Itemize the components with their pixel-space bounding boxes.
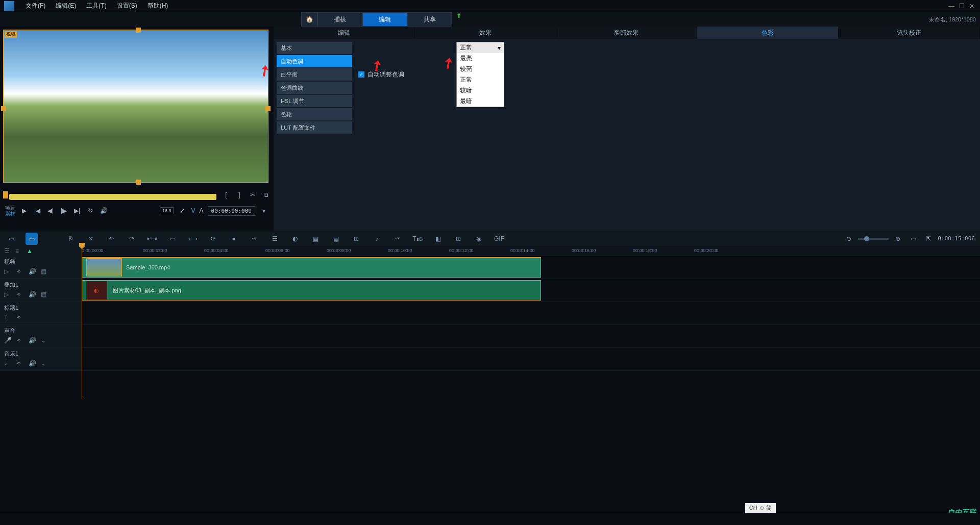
zoom-out-icon[interactable]: ⊖ <box>843 233 855 245</box>
selection-handle-left[interactable] <box>1 106 6 111</box>
options-tab-color[interactable]: 色彩 <box>697 27 839 39</box>
tool-mask-icon[interactable]: ◧ <box>432 233 444 245</box>
video-clip[interactable]: Sample_360.mp4 <box>82 257 541 278</box>
tool-record-icon[interactable]: ● <box>228 233 240 245</box>
camera-icon[interactable]: ▷ <box>4 291 11 298</box>
tool-settings-icon[interactable]: ✕ <box>85 233 97 245</box>
color-side-tonecurve[interactable]: 色调曲线 <box>277 82 352 94</box>
tool-timeline-icon[interactable]: ▭ <box>26 233 38 245</box>
home-button[interactable]: 🏠 <box>301 12 317 27</box>
goto-end-button[interactable]: ▶| <box>72 206 82 215</box>
minimize-button[interactable]: — <box>947 2 955 10</box>
dropdown-option[interactable]: 较暗 <box>457 85 504 96</box>
zoom-project-icon[interactable]: ⇱ <box>922 233 935 245</box>
color-side-whitebalance[interactable]: 白平衡 <box>277 68 352 81</box>
goto-start-button[interactable]: |◀ <box>33 206 42 215</box>
selection-handle-right[interactable] <box>265 106 271 111</box>
add-track-icon[interactable]: ▲ <box>27 247 34 255</box>
tool-3dtitle-icon[interactable]: T₃ᴅ <box>411 233 424 245</box>
mark-out-icon[interactable]: ] <box>235 190 244 199</box>
tool-track-icon[interactable]: ⊞ <box>350 233 362 245</box>
menu-tools[interactable]: 工具(T) <box>81 2 111 10</box>
menu-file[interactable]: 文件(F) <box>20 2 51 10</box>
step-forward-button[interactable]: |▶ <box>59 206 68 215</box>
tone-strength-dropdown[interactable]: 正常▾ 最亮 较亮 正常 较暗 最暗 <box>456 42 504 107</box>
mic-icon[interactable]: 🎤 <box>4 337 11 344</box>
tool-motion-icon[interactable]: ⤳ <box>248 233 260 245</box>
dropdown-option[interactable]: 较亮 <box>457 64 504 74</box>
tool-timeremap-icon[interactable]: ⟳ <box>207 233 219 245</box>
menu-settings[interactable]: 设置(S) <box>112 2 142 10</box>
selection-handle-top[interactable] <box>136 28 141 33</box>
tool-resize-icon[interactable]: ▭ <box>166 233 179 245</box>
link-icon[interactable]: ⚭ <box>16 337 23 344</box>
tool-copy-icon[interactable]: ⎘ <box>64 233 77 245</box>
mute-icon[interactable]: 🔊 <box>29 268 36 275</box>
track-lane-title[interactable] <box>82 302 980 324</box>
link-icon[interactable]: ⚭ <box>16 314 23 321</box>
options-tab-lens[interactable]: 镜头校正 <box>839 27 980 39</box>
tool-gif-icon[interactable]: GIF <box>493 233 505 245</box>
mute-icon[interactable]: 🔊 <box>29 291 36 298</box>
track-opts-icon[interactable]: ☰ <box>4 247 11 255</box>
tool-storyboard-icon[interactable]: ▭ <box>5 233 17 245</box>
snapshot-icon[interactable]: ⧉ <box>261 190 271 199</box>
tool-ripple-icon[interactable]: ⇤⇥ <box>146 233 158 245</box>
link-icon[interactable]: ⚭ <box>16 291 23 298</box>
color-side-basic[interactable]: 基本 <box>277 42 352 54</box>
expand-icon[interactable]: ⌄ <box>41 360 48 367</box>
tool-360-icon[interactable]: ◉ <box>473 233 485 245</box>
tool-chapter-icon[interactable]: ◐ <box>289 233 301 245</box>
title-icon[interactable]: T <box>4 314 11 321</box>
link-icon[interactable]: ⚭ <box>16 268 23 275</box>
expand-icon[interactable]: ⌄ <box>41 337 48 344</box>
color-side-hsl[interactable]: HSL 调节 <box>277 95 352 107</box>
color-side-lut[interactable]: LUT 配置文件 <box>277 121 352 134</box>
tool-stabilize-icon[interactable]: ⊞ <box>452 233 464 245</box>
selection-handle-bottom[interactable] <box>136 180 141 185</box>
ripple-icon[interactable]: ▦ <box>41 291 48 298</box>
link-icon[interactable]: ⚭ <box>16 360 23 367</box>
overlay-clip[interactable]: ◐ 图片素材03_副本_副本.png <box>82 280 541 301</box>
timeline-ruler[interactable]: 0:00:00:00 00:00:02:00 00:00:04:00 00:00… <box>82 246 980 256</box>
tab-edit[interactable]: 编辑 <box>362 12 407 27</box>
scrub-start-handle[interactable] <box>3 191 8 198</box>
dropdown-option[interactable]: 最亮 <box>457 53 504 64</box>
options-tab-effect[interactable]: 效果 <box>415 27 556 39</box>
options-tab-face[interactable]: 脸部效果 <box>556 27 698 39</box>
timecode-dropdown-icon[interactable]: ▾ <box>259 206 268 215</box>
color-side-autotone[interactable]: 自动色调 <box>277 55 352 67</box>
upload-icon[interactable]: ⬆ <box>456 12 461 27</box>
track-lane-video[interactable]: Sample_360.mp4 <box>82 256 980 279</box>
tab-capture[interactable]: 捕获 <box>317 12 362 27</box>
auto-adjust-checkbox[interactable]: ✓ <box>358 71 364 78</box>
volume-button[interactable]: 🔊 <box>99 206 108 215</box>
step-back-button[interactable]: ◀| <box>46 206 55 215</box>
tool-redo-icon[interactable]: ↷ <box>126 233 138 245</box>
loop-button[interactable]: ↻ <box>86 206 95 215</box>
zoom-in-icon[interactable]: ⊕ <box>892 233 904 245</box>
track-lane-music[interactable] <box>82 348 980 370</box>
mute-icon[interactable]: 🔊 <box>29 337 36 344</box>
zoom-slider[interactable] <box>858 238 889 240</box>
zoom-fit-icon[interactable]: ▭ <box>907 233 919 245</box>
mute-icon[interactable]: 🔊 <box>29 360 36 367</box>
tool-mixer-icon[interactable]: ♪ <box>371 233 383 245</box>
mark-in-icon[interactable]: [ <box>222 190 231 199</box>
preview-viewer[interactable]: 视频 <box>3 30 268 183</box>
tool-multiview-icon[interactable]: ▦ <box>309 233 322 245</box>
tool-subtitle-icon[interactable]: ☰ <box>268 233 281 245</box>
menu-edit[interactable]: 编辑(E) <box>51 2 81 10</box>
preview-scrubber[interactable] <box>9 194 216 200</box>
video-stream-toggle[interactable]: V <box>191 207 195 214</box>
expand-icon[interactable]: ⤢ <box>178 206 187 215</box>
ripple-icon[interactable]: ▦ <box>41 268 48 275</box>
playhead[interactable] <box>82 246 82 399</box>
tool-grid-icon[interactable]: ▤ <box>330 233 342 245</box>
options-tab-edit[interactable]: 编辑 <box>274 27 415 39</box>
close-button[interactable]: ✕ <box>968 2 976 10</box>
track-opts2-icon[interactable]: ≡ <box>15 247 22 255</box>
camera-icon[interactable]: ▷ <box>4 268 11 275</box>
menu-help[interactable]: 帮助(H) <box>142 2 174 10</box>
tool-undo-icon[interactable]: ↶ <box>105 233 117 245</box>
